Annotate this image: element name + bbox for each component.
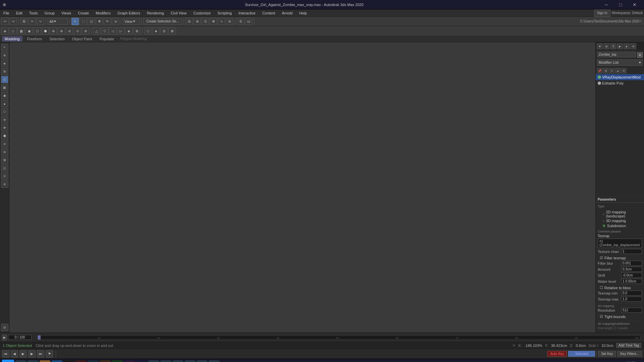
close-button[interactable]: ✕ xyxy=(628,0,641,9)
menu-modifiers[interactable]: Modifiers xyxy=(92,10,114,16)
menu-rendering[interactable]: Rendering xyxy=(144,10,167,16)
radio-2d-mapping[interactable]: ○ 2D mapping (landscape) xyxy=(602,210,640,218)
lt-btn-15[interactable]: ⊠ xyxy=(1,156,8,164)
modifier-editable-poly[interactable]: Editable Poly xyxy=(596,80,644,86)
select-move-button[interactable]: ✥ xyxy=(96,18,103,25)
lt-btn-3[interactable]: ◈ xyxy=(1,60,8,67)
texmap-min-input[interactable] xyxy=(621,291,642,296)
taskbar-file-explorer[interactable]: 📁 xyxy=(40,360,50,362)
select-link-button[interactable]: ⛓ xyxy=(20,18,28,25)
lt-btn-12[interactable]: ⬢ xyxy=(1,132,8,140)
menu-scripting[interactable]: Scripting xyxy=(214,10,235,16)
menu-civil-view[interactable]: Civil View xyxy=(167,10,190,16)
shift-input[interactable] xyxy=(621,273,642,278)
menu-customize[interactable]: Customize xyxy=(190,10,214,16)
taskbar-app6[interactable]: 🎨 xyxy=(100,360,111,362)
tool18[interactable]: ⬡ xyxy=(144,27,152,35)
lt-btn-7[interactable]: ◉ xyxy=(1,92,8,99)
tool2[interactable]: ◇ xyxy=(9,27,17,35)
rotate-button[interactable]: ↻ xyxy=(104,18,111,25)
filter-dropdown[interactable]: All ▾ xyxy=(48,18,68,25)
lt-btn-17[interactable]: ⊙ xyxy=(1,172,8,180)
redo-button[interactable]: ↪ xyxy=(9,18,17,25)
tool14[interactable]: ◁ xyxy=(109,27,116,35)
taskbar-app11[interactable]: 📧 xyxy=(160,360,171,362)
tool3[interactable]: ▦ xyxy=(17,27,25,35)
key-filters-button[interactable]: Key Filters... xyxy=(617,351,642,357)
taskbar-task-view[interactable]: ⊟ xyxy=(28,360,38,362)
tool8[interactable]: ⊗ xyxy=(58,27,65,35)
tool21[interactable]: ⊠ xyxy=(168,27,176,35)
menu-content[interactable]: Content xyxy=(259,10,279,16)
tight-bounds-checkbox[interactable]: ☑ Tight bounds xyxy=(598,314,642,319)
set-key-button[interactable]: Set Key xyxy=(598,351,616,357)
lt-btn-11[interactable]: ✥ xyxy=(1,124,8,132)
tool13[interactable]: ▽ xyxy=(101,27,108,35)
maximize-button[interactable]: □ xyxy=(614,0,627,9)
tab-selection[interactable]: Selection xyxy=(47,36,67,42)
tool1[interactable]: ◈ xyxy=(1,27,9,35)
relative-to-bbox-checkbox[interactable]: ☐ Relative to bbox xyxy=(598,285,642,291)
lt-btn-2[interactable]: ⊕ xyxy=(1,52,8,59)
mod-move-up[interactable]: ▲ xyxy=(615,68,621,73)
resolution-input[interactable] xyxy=(621,308,642,313)
modifier-vray-displacement[interactable]: VRayDisplacementMod xyxy=(596,74,644,80)
bind-to-space-warp[interactable]: ∿ xyxy=(37,18,44,25)
texmap-max-input[interactable] xyxy=(621,297,642,302)
tool10[interactable]: ⊙ xyxy=(74,27,81,35)
lt-btn-6[interactable]: ▦ xyxy=(1,84,8,91)
lt-btn-14[interactable]: ⊟ xyxy=(1,148,8,156)
reference-coord-dropdown[interactable]: View ▾ xyxy=(123,18,140,25)
tool9[interactable]: ⊘ xyxy=(66,27,73,35)
tool6[interactable]: ⬢ xyxy=(42,27,49,35)
lt-btn-1[interactable]: ↖ xyxy=(1,44,8,51)
ri-hierarchy[interactable]: ☰ xyxy=(610,43,616,49)
auto-key-button[interactable]: Auto Key xyxy=(547,351,567,357)
curve-editor-button[interactable]: ∿ xyxy=(218,18,225,25)
taskbar-chrome[interactable]: 🔵 xyxy=(64,360,75,362)
tool7[interactable]: ⊕ xyxy=(50,27,57,35)
menu-tools[interactable]: Tools xyxy=(26,10,41,16)
menu-file[interactable]: File xyxy=(0,10,13,16)
menu-group[interactable]: Group xyxy=(41,10,58,16)
layer-manager-button[interactable]: ☰ xyxy=(237,18,244,25)
anim-last-frame[interactable]: ⏭ xyxy=(37,350,44,358)
lt-btn-4[interactable]: ⊞ xyxy=(1,68,8,75)
timeline-toggle[interactable]: ▶ xyxy=(2,334,7,341)
lt-btn-10[interactable]: ⊗ xyxy=(1,116,8,123)
taskbar-app14[interactable]: 🎮 xyxy=(197,360,207,362)
lt-btn-18[interactable]: ⊚ xyxy=(1,180,8,188)
start-button[interactable]: ⊞ xyxy=(2,360,14,362)
menu-arnold[interactable]: Arnold xyxy=(279,10,296,16)
texture-chan-input[interactable] xyxy=(621,249,642,254)
minimize-button[interactable]: ─ xyxy=(600,0,613,9)
taskbar-app12[interactable]: 🎵 xyxy=(172,360,183,362)
scene-explorer-button[interactable]: 🗂 xyxy=(245,18,252,25)
filter-blur-input[interactable] xyxy=(621,261,642,266)
tab-modeling[interactable]: Modeling xyxy=(2,36,22,42)
taskbar-app9[interactable]: 🔷 xyxy=(136,360,147,362)
dope-sheet-button[interactable]: ⊟ xyxy=(226,18,233,25)
menu-create[interactable]: Create xyxy=(75,10,92,16)
array-button[interactable]: ⊡ xyxy=(202,18,209,25)
object-name-input[interactable] xyxy=(597,52,636,57)
tool16[interactable]: ◈ xyxy=(125,27,133,35)
anim-key-mode[interactable]: ⚑ xyxy=(46,350,53,358)
scale-button[interactable]: ⇲ xyxy=(112,18,119,25)
menu-help[interactable]: Help xyxy=(296,10,310,16)
f1-texmap[interactable]: #1 (Zombie_top_displacement xyxy=(598,239,642,248)
radio-3d-mapping[interactable]: ○ 3D mapping xyxy=(602,219,640,223)
menu-interactive[interactable]: Interactive xyxy=(235,10,259,16)
water-level-input[interactable] xyxy=(621,279,642,284)
radio-subdivision[interactable]: ◉ Subdivision xyxy=(602,223,640,228)
open-schematic-view[interactable]: ⊠ xyxy=(210,18,217,25)
lt-btn-13[interactable]: ⊘ xyxy=(1,140,8,148)
mod-delete[interactable]: ✕ xyxy=(609,68,614,73)
tool20[interactable]: ⊟ xyxy=(160,27,168,35)
align-button[interactable]: ⊞ xyxy=(194,18,201,25)
tool19[interactable]: ◈ xyxy=(152,27,160,35)
tool5[interactable]: ⬡ xyxy=(34,27,41,35)
anim-prev-frame[interactable]: ◀ xyxy=(11,350,18,358)
menu-graph-editors[interactable]: Graph Editors xyxy=(114,10,144,16)
lt-btn-8[interactable]: ▲ xyxy=(1,100,8,107)
